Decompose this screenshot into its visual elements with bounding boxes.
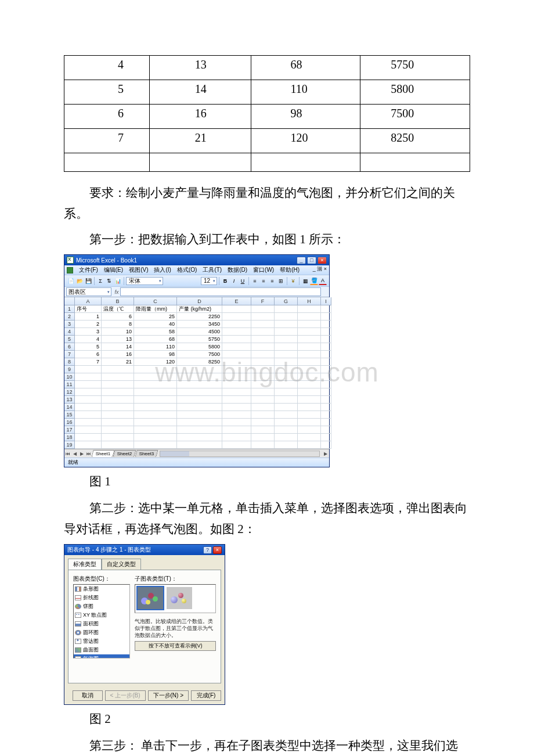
cell[interactable] <box>298 373 321 381</box>
cell[interactable]: 8250 <box>177 358 222 366</box>
align-center-icon[interactable]: ≡ <box>259 277 268 285</box>
list-item[interactable]: 雷达图 <box>74 637 129 646</box>
next-button[interactable]: 下一步(N) > <box>148 690 189 701</box>
cell[interactable] <box>134 388 177 396</box>
tab-nav-prev-icon[interactable]: ◀ <box>71 451 78 456</box>
cell[interactable] <box>298 358 321 366</box>
cell[interactable] <box>321 366 331 373</box>
cell[interactable] <box>102 396 134 404</box>
cell[interactable] <box>177 411 222 419</box>
cell[interactable] <box>298 366 321 373</box>
cell[interactable] <box>222 411 251 419</box>
row-header[interactable]: 15 <box>64 411 75 419</box>
cell[interactable] <box>298 396 321 404</box>
row-header[interactable]: 9 <box>64 366 75 373</box>
cell[interactable] <box>275 313 298 321</box>
cell[interactable]: 3450 <box>177 321 222 328</box>
cell[interactable] <box>298 411 321 419</box>
cell[interactable] <box>251 366 275 373</box>
cell[interactable] <box>321 313 331 321</box>
cell[interactable]: 2 <box>75 321 102 328</box>
cell[interactable] <box>177 434 222 441</box>
cell[interactable] <box>102 441 134 449</box>
row-header[interactable]: 11 <box>64 381 75 388</box>
cell[interactable] <box>222 373 251 381</box>
cell[interactable]: 14 <box>102 343 134 351</box>
cell[interactable]: 6 <box>75 351 102 358</box>
cell[interactable] <box>222 381 251 388</box>
cell[interactable] <box>321 426 331 434</box>
borders-icon[interactable]: ▦ <box>301 277 309 285</box>
cell[interactable] <box>102 366 134 373</box>
cell[interactable] <box>75 411 102 419</box>
cell[interactable] <box>134 411 177 419</box>
col-header-C[interactable]: C <box>134 297 177 305</box>
cell[interactable] <box>251 305 275 313</box>
cell[interactable] <box>321 396 331 404</box>
cell[interactable] <box>321 441 331 449</box>
merge-icon[interactable]: ⊞ <box>277 277 285 285</box>
cell[interactable]: 25 <box>134 313 177 321</box>
cell[interactable] <box>75 404 102 411</box>
list-item[interactable]: 面积图 <box>74 620 129 628</box>
cell[interactable] <box>75 396 102 404</box>
list-item[interactable]: 圆环图 <box>74 628 129 637</box>
menu-edit[interactable]: 编辑(E) <box>102 266 125 274</box>
cell[interactable]: 序号 <box>75 305 102 313</box>
cell[interactable] <box>177 388 222 396</box>
cell[interactable]: 6 <box>102 313 134 321</box>
cell[interactable] <box>134 396 177 404</box>
cell[interactable]: 温度（℃ <box>102 305 134 313</box>
col-header-B[interactable]: B <box>102 297 134 305</box>
cell[interactable] <box>75 426 102 434</box>
wizard-titlebar[interactable]: 图表向导 - 4 步骤之 1 - 图表类型 ? × <box>64 545 225 555</box>
cell[interactable] <box>75 388 102 396</box>
cell[interactable]: 68 <box>134 336 177 343</box>
cell[interactable] <box>251 351 275 358</box>
cell[interactable] <box>275 336 298 343</box>
chart-icon[interactable]: 📊 <box>114 277 122 285</box>
cell[interactable] <box>298 388 321 396</box>
cell[interactable] <box>102 411 134 419</box>
cell[interactable]: 降雨量（mm) <box>134 305 177 313</box>
cell[interactable] <box>222 388 251 396</box>
cell[interactable] <box>321 321 331 328</box>
cell[interactable]: 3 <box>75 328 102 336</box>
cell[interactable] <box>275 343 298 351</box>
cell[interactable] <box>298 404 321 411</box>
cell[interactable] <box>251 426 275 434</box>
fx-icon[interactable]: fx <box>113 289 120 295</box>
cell[interactable]: 40 <box>134 321 177 328</box>
cell[interactable]: 120 <box>134 358 177 366</box>
cell[interactable] <box>275 404 298 411</box>
cell[interactable] <box>134 434 177 441</box>
row-header[interactable]: 16 <box>64 419 75 426</box>
cell[interactable] <box>275 396 298 404</box>
tab-nav-first-icon[interactable]: ⏮ <box>64 451 71 456</box>
cell[interactable] <box>75 373 102 381</box>
cell[interactable] <box>134 366 177 373</box>
list-item[interactable]: 折线图 <box>74 593 129 602</box>
cell[interactable] <box>222 426 251 434</box>
cell[interactable] <box>102 381 134 388</box>
cell[interactable] <box>275 388 298 396</box>
menu-view[interactable]: 视图(V) <box>127 266 150 274</box>
close-button[interactable]: × <box>213 546 222 554</box>
row-header[interactable]: 4 <box>64 328 75 336</box>
cell[interactable] <box>75 434 102 441</box>
col-header-G[interactable]: G <box>275 297 298 305</box>
cell[interactable] <box>222 358 251 366</box>
cell[interactable]: 58 <box>134 328 177 336</box>
sort-icon[interactable]: ⇅ <box>105 277 113 285</box>
cell[interactable] <box>321 343 331 351</box>
currency-icon[interactable]: ¥ <box>289 277 297 285</box>
cell[interactable] <box>298 351 321 358</box>
cell[interactable] <box>75 419 102 426</box>
cell[interactable] <box>102 419 134 426</box>
minimize-button[interactable]: _ <box>297 257 306 264</box>
row-header[interactable]: 1 <box>64 305 75 313</box>
cell[interactable]: 2250 <box>177 313 222 321</box>
list-item[interactable]: 条形图 <box>74 585 129 593</box>
col-header-F[interactable]: F <box>251 297 275 305</box>
cell[interactable] <box>75 441 102 449</box>
